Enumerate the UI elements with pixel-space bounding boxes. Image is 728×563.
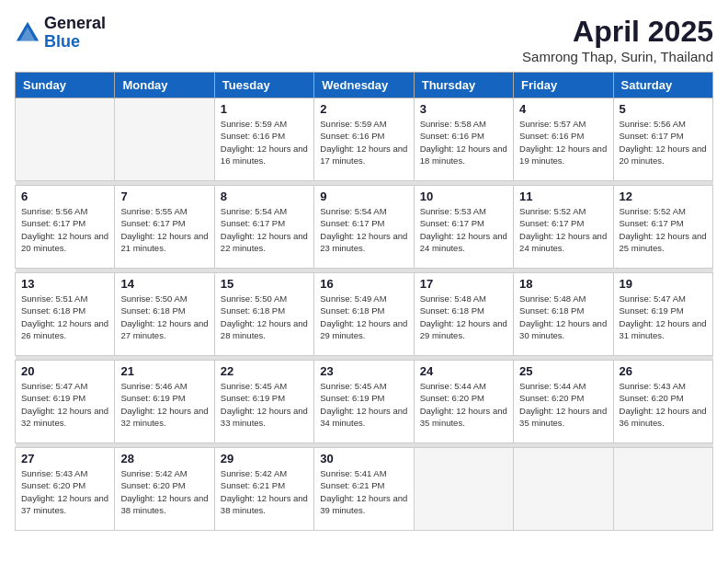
weekday-header-wednesday: Wednesday (314, 73, 414, 98)
calendar-cell: 9Sunrise: 5:54 AM Sunset: 6:17 PM Daylig… (314, 186, 414, 269)
calendar-cell: 4Sunrise: 5:57 AM Sunset: 6:16 PM Daylig… (514, 98, 613, 181)
calendar-cell: 3Sunrise: 5:58 AM Sunset: 6:16 PM Daylig… (414, 98, 513, 181)
day-number: 21 (120, 364, 208, 378)
day-number: 22 (221, 364, 308, 378)
day-number: 26 (620, 364, 707, 378)
day-info: Sunrise: 5:42 AM Sunset: 6:21 PM Dayligh… (221, 467, 308, 516)
main-title: April 2025 (522, 15, 713, 49)
day-info: Sunrise: 5:56 AM Sunset: 6:17 PM Dayligh… (21, 205, 108, 254)
calendar-cell: 5Sunrise: 5:56 AM Sunset: 6:17 PM Daylig… (613, 98, 712, 181)
calendar-cell (414, 448, 513, 531)
day-info: Sunrise: 5:47 AM Sunset: 6:19 PM Dayligh… (620, 293, 707, 341)
day-info: Sunrise: 5:52 AM Sunset: 6:17 PM Dayligh… (620, 205, 707, 254)
day-info: Sunrise: 5:41 AM Sunset: 6:21 PM Dayligh… (320, 467, 407, 516)
day-info: Sunrise: 5:51 AM Sunset: 6:18 PM Dayligh… (21, 293, 108, 341)
calendar-cell: 20Sunrise: 5:47 AM Sunset: 6:19 PM Dayli… (16, 361, 115, 443)
calendar-week-0: 1Sunrise: 5:59 AM Sunset: 6:16 PM Daylig… (16, 98, 713, 181)
calendar-week-3: 20Sunrise: 5:47 AM Sunset: 6:19 PM Dayli… (16, 361, 713, 443)
calendar-header-row: SundayMondayTuesdayWednesdayThursdayFrid… (16, 73, 713, 98)
weekday-header-friday: Friday (514, 73, 613, 98)
calendar-cell: 26Sunrise: 5:43 AM Sunset: 6:20 PM Dayli… (613, 361, 712, 443)
calendar-cell: 16Sunrise: 5:49 AM Sunset: 6:18 PM Dayli… (314, 273, 414, 356)
logo: General Blue (15, 15, 106, 52)
day-number: 7 (120, 190, 208, 203)
weekday-header-tuesday: Tuesday (214, 73, 313, 98)
day-number: 13 (21, 277, 108, 291)
day-number: 25 (519, 364, 607, 378)
calendar-cell: 27Sunrise: 5:43 AM Sunset: 6:20 PM Dayli… (16, 448, 115, 531)
calendar-cell: 25Sunrise: 5:44 AM Sunset: 6:20 PM Dayli… (514, 361, 613, 443)
day-info: Sunrise: 5:59 AM Sunset: 6:16 PM Dayligh… (221, 118, 308, 167)
calendar-cell (115, 98, 214, 181)
calendar-cell: 17Sunrise: 5:48 AM Sunset: 6:18 PM Dayli… (414, 273, 513, 356)
calendar-cell: 21Sunrise: 5:46 AM Sunset: 6:19 PM Dayli… (115, 361, 214, 443)
calendar-cell: 12Sunrise: 5:52 AM Sunset: 6:17 PM Dayli… (613, 186, 712, 269)
day-number: 6 (21, 190, 108, 203)
logo-blue: Blue (44, 33, 106, 52)
day-info: Sunrise: 5:48 AM Sunset: 6:18 PM Dayligh… (420, 293, 507, 341)
day-number: 15 (221, 277, 308, 291)
weekday-header-monday: Monday (115, 73, 214, 98)
calendar-cell: 8Sunrise: 5:54 AM Sunset: 6:17 PM Daylig… (214, 186, 313, 269)
day-info: Sunrise: 5:55 AM Sunset: 6:17 PM Dayligh… (120, 205, 208, 254)
day-number: 23 (320, 364, 407, 378)
calendar-cell: 2Sunrise: 5:59 AM Sunset: 6:16 PM Daylig… (314, 98, 414, 181)
logo-text: General Blue (44, 15, 106, 52)
day-info: Sunrise: 5:50 AM Sunset: 6:18 PM Dayligh… (221, 293, 308, 341)
day-info: Sunrise: 5:48 AM Sunset: 6:18 PM Dayligh… (519, 293, 607, 341)
day-number: 1 (221, 102, 308, 116)
day-info: Sunrise: 5:52 AM Sunset: 6:17 PM Dayligh… (519, 205, 607, 254)
day-info: Sunrise: 5:44 AM Sunset: 6:20 PM Dayligh… (519, 380, 607, 429)
day-number: 5 (620, 102, 707, 116)
day-number: 10 (420, 190, 507, 203)
day-number: 27 (21, 452, 108, 465)
day-number: 30 (320, 452, 407, 465)
page-header: General Blue April 2025 Samrong Thap, Su… (15, 15, 713, 64)
day-info: Sunrise: 5:42 AM Sunset: 6:20 PM Dayligh… (120, 467, 208, 516)
logo-icon (15, 20, 40, 46)
day-number: 18 (519, 277, 607, 291)
day-number: 14 (120, 277, 208, 291)
calendar-cell: 24Sunrise: 5:44 AM Sunset: 6:20 PM Dayli… (414, 361, 513, 443)
day-info: Sunrise: 5:47 AM Sunset: 6:19 PM Dayligh… (21, 380, 108, 429)
calendar-cell: 29Sunrise: 5:42 AM Sunset: 6:21 PM Dayli… (214, 448, 313, 531)
day-info: Sunrise: 5:58 AM Sunset: 6:16 PM Dayligh… (420, 118, 507, 167)
weekday-header-saturday: Saturday (613, 73, 712, 98)
calendar-table: SundayMondayTuesdayWednesdayThursdayFrid… (15, 72, 713, 531)
day-number: 2 (320, 102, 407, 116)
day-info: Sunrise: 5:50 AM Sunset: 6:18 PM Dayligh… (120, 293, 208, 341)
day-number: 3 (420, 102, 507, 116)
day-number: 4 (519, 102, 607, 116)
day-info: Sunrise: 5:43 AM Sunset: 6:20 PM Dayligh… (21, 467, 108, 516)
day-info: Sunrise: 5:59 AM Sunset: 6:16 PM Dayligh… (320, 118, 407, 167)
logo-general: General (44, 15, 106, 33)
calendar-cell: 15Sunrise: 5:50 AM Sunset: 6:18 PM Dayli… (214, 273, 313, 356)
calendar-cell: 11Sunrise: 5:52 AM Sunset: 6:17 PM Dayli… (514, 186, 613, 269)
day-info: Sunrise: 5:53 AM Sunset: 6:17 PM Dayligh… (420, 205, 507, 254)
calendar-cell: 10Sunrise: 5:53 AM Sunset: 6:17 PM Dayli… (414, 186, 513, 269)
calendar-cell: 13Sunrise: 5:51 AM Sunset: 6:18 PM Dayli… (16, 273, 115, 356)
calendar-cell: 1Sunrise: 5:59 AM Sunset: 6:16 PM Daylig… (214, 98, 313, 181)
day-number: 11 (519, 190, 607, 203)
weekday-header-sunday: Sunday (16, 73, 115, 98)
day-number: 19 (620, 277, 707, 291)
calendar-cell: 6Sunrise: 5:56 AM Sunset: 6:17 PM Daylig… (16, 186, 115, 269)
day-number: 16 (320, 277, 407, 291)
calendar-cell (514, 448, 613, 531)
day-info: Sunrise: 5:54 AM Sunset: 6:17 PM Dayligh… (221, 205, 308, 254)
calendar-cell (613, 448, 712, 531)
calendar-cell: 30Sunrise: 5:41 AM Sunset: 6:21 PM Dayli… (314, 448, 414, 531)
calendar-cell: 23Sunrise: 5:45 AM Sunset: 6:19 PM Dayli… (314, 361, 414, 443)
calendar-cell: 18Sunrise: 5:48 AM Sunset: 6:18 PM Dayli… (514, 273, 613, 356)
calendar-cell: 7Sunrise: 5:55 AM Sunset: 6:17 PM Daylig… (115, 186, 214, 269)
subtitle: Samrong Thap, Surin, Thailand (522, 49, 713, 64)
day-info: Sunrise: 5:49 AM Sunset: 6:18 PM Dayligh… (320, 293, 407, 341)
day-number: 8 (221, 190, 308, 203)
calendar-week-4: 27Sunrise: 5:43 AM Sunset: 6:20 PM Dayli… (16, 448, 713, 531)
calendar-week-2: 13Sunrise: 5:51 AM Sunset: 6:18 PM Dayli… (16, 273, 713, 356)
calendar-cell (16, 98, 115, 181)
day-number: 24 (420, 364, 507, 378)
day-info: Sunrise: 5:57 AM Sunset: 6:16 PM Dayligh… (519, 118, 607, 167)
day-info: Sunrise: 5:43 AM Sunset: 6:20 PM Dayligh… (620, 380, 707, 429)
day-number: 17 (420, 277, 507, 291)
